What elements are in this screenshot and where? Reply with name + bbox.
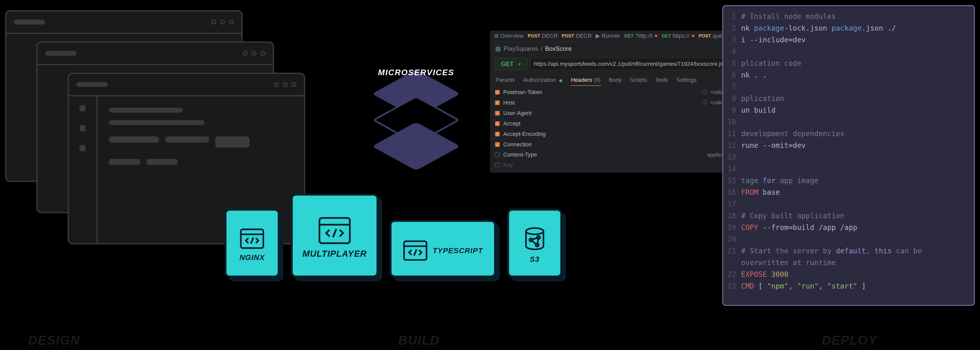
workspace-icon: ▦: [495, 45, 501, 52]
request-tab[interactable]: POST DECR: [562, 33, 592, 39]
checkbox[interactable]: ✓: [495, 132, 500, 136]
svg-rect-2: [320, 218, 350, 243]
checkbox[interactable]: [495, 163, 500, 167]
code-line: 1# Install node modules: [726, 11, 971, 22]
code-line: 16FROM base: [726, 187, 971, 198]
info-icon: ⓘ: [702, 100, 709, 105]
svg-line-12: [531, 240, 538, 245]
subtab-authorization[interactable]: Authorization ●: [523, 75, 563, 86]
breadcrumb-workspace[interactable]: PlaySquares: [504, 45, 538, 52]
code-line: 22EXPOSE 3000: [726, 269, 971, 280]
service-card-nginx: NGINX: [224, 209, 280, 277]
card-label: S3: [530, 255, 539, 264]
card-label: MULTIPLAYER: [302, 249, 367, 259]
code-line: 8pplication: [726, 93, 971, 105]
code-line: 20: [726, 233, 971, 245]
microservices-label: MICROSERVICES: [378, 68, 454, 77]
browser-code-icon: [403, 240, 428, 261]
subtab-scripts[interactable]: Scripts: [629, 75, 647, 86]
subtab-settings[interactable]: Settings: [676, 75, 697, 86]
code-line: 21# Start the server by default, this ca…: [726, 245, 971, 257]
service-card-s3: S3: [507, 209, 562, 277]
section-build: BUILD: [398, 333, 440, 348]
request-tab[interactable]: GET https://: [662, 33, 694, 39]
card-label: NGINX: [239, 253, 265, 262]
section-deploy: DEPLOY: [822, 333, 877, 348]
subtab-body[interactable]: Body: [608, 75, 622, 86]
checkbox[interactable]: [495, 152, 500, 157]
code-line: 2nk package-lock.json package.json ./: [726, 22, 971, 34]
runner-tab[interactable]: ▶ Runner: [596, 33, 620, 39]
code-line: 23CMD [ "npm", "run", "start" ]: [726, 280, 971, 292]
microservices-diagram: MICROSERVICES: [360, 69, 473, 163]
code-line: 15tage for app image: [726, 175, 971, 187]
svg-point-6: [526, 228, 544, 234]
checkbox[interactable]: ✓: [495, 100, 500, 105]
checkbox[interactable]: ✓: [495, 111, 500, 116]
code-line: 6nk . .: [726, 69, 971, 81]
database-icon: [522, 226, 547, 251]
request-tab[interactable]: GET "http://l: [624, 33, 658, 39]
section-design: DESIGN: [28, 333, 80, 348]
header-key[interactable]: Accept: [503, 120, 580, 127]
browser-code-icon: [318, 216, 352, 245]
code-line: 7: [726, 81, 971, 93]
code-line: 12rune --omit=dev: [726, 140, 971, 151]
breadcrumb-current: BoxScore: [545, 45, 572, 52]
service-card-typescript: TYPESCRIPT: [390, 220, 496, 277]
code-line: 10: [726, 116, 971, 128]
http-method-select[interactable]: GET▾: [495, 58, 527, 70]
code-line: 5plication code: [726, 58, 971, 69]
header-key[interactable]: Accept-Encoding: [503, 131, 580, 138]
header-key[interactable]: Content-Type: [503, 151, 580, 158]
request-tab[interactable]: POST DECR: [528, 33, 558, 39]
code-line: 13: [726, 151, 971, 163]
checkbox[interactable]: ✓: [495, 90, 500, 95]
code-line: 17: [726, 198, 971, 210]
code-line: 9un build: [726, 105, 971, 116]
subtab-tests[interactable]: Tests: [655, 75, 669, 86]
card-label: TYPESCRIPT: [433, 246, 483, 255]
header-key[interactable]: Postman-Token: [503, 89, 580, 96]
service-card-multiplayer: MULTIPLAYER: [291, 194, 379, 277]
header-key[interactable]: User-Agent: [503, 110, 580, 117]
subtab-headers[interactable]: Headers (9): [570, 75, 601, 86]
header-key[interactable]: Connection: [503, 141, 580, 148]
subtab-params[interactable]: Params: [495, 75, 515, 86]
browser-code-icon: [240, 228, 265, 249]
code-line: 11development dependencies: [726, 128, 971, 140]
service-cards-row: NGINX MULTIPLAYER TYPESCRIPT S3: [224, 194, 562, 277]
overview-tab[interactable]: ⊞ Overview: [494, 33, 524, 39]
code-line: 3i --include=dev: [726, 34, 971, 46]
checkbox[interactable]: ✓: [495, 121, 500, 126]
code-line: 14: [726, 163, 971, 175]
checkbox[interactable]: ✓: [495, 142, 500, 147]
code-editor: 1# Install node modules2nk package-lock.…: [722, 5, 975, 306]
code-line: overwritten at runtime: [726, 257, 971, 269]
header-key[interactable]: Host: [503, 100, 580, 106]
code-line: 18# Copy built application: [726, 210, 971, 222]
header-key-input[interactable]: Key: [503, 162, 580, 168]
code-line: 4: [726, 46, 971, 58]
info-icon: ⓘ: [702, 89, 709, 95]
code-line: 19COPY --from=build /app /app: [726, 222, 971, 233]
